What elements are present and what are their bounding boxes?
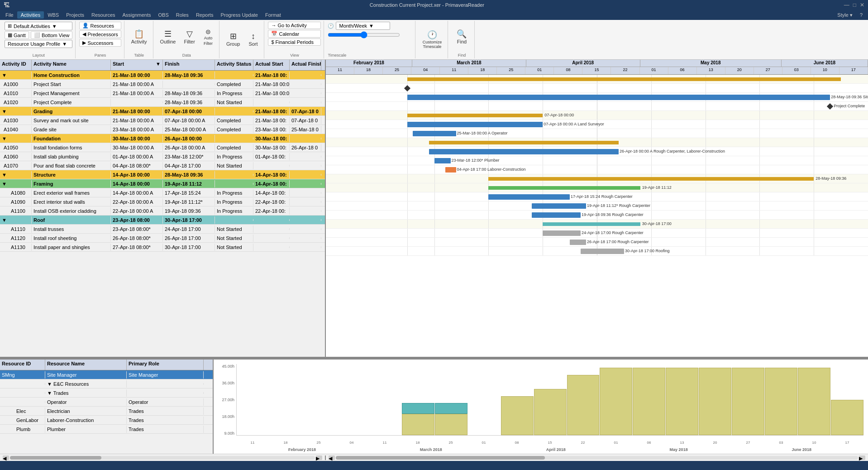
gantt-scroll-left[interactable]: ◀ — [329, 456, 335, 460]
resource-row[interactable]: SMng Site Manager Site Manager — [0, 370, 213, 379]
gantt-milestone[interactable] — [404, 85, 410, 91]
calendar-btn[interactable]: 📅 Calendar — [268, 30, 321, 38]
maximize-button[interactable]: □ — [853, 2, 856, 8]
gantt-bar[interactable] — [429, 149, 619, 154]
gantt-milestone[interactable] — [827, 103, 833, 110]
auto-filter-btn[interactable]: ⊜ Auto Filter — [200, 26, 216, 48]
table-row[interactable]: ▼ Structure 14-Apr-18 00:00 28-May-18 09… — [0, 170, 325, 179]
gantt-group-bar[interactable] — [488, 186, 640, 190]
table-row[interactable]: A1130 Install paper and shingles 27-Apr-… — [0, 243, 325, 252]
table-row[interactable]: A1010 Project Management 21-Mar-18 00:00… — [0, 89, 325, 98]
table-row[interactable]: A1000 Project Start 21-Mar-18 00:00 A Co… — [0, 80, 325, 89]
gantt-bar[interactable] — [407, 122, 543, 127]
cell-status — [215, 138, 253, 139]
cell-actual-finish — [290, 92, 321, 94]
table-body[interactable]: ▼ Home Construction 21-Mar-18 00:00 28-M… — [0, 71, 325, 357]
table-row[interactable]: A1100 Install OSB exterior cladding 22-A… — [0, 206, 325, 216]
predecessors-pane-btn[interactable]: ◀ Predecessors — [79, 30, 121, 38]
scroll-right-btn[interactable]: ▶ — [316, 456, 322, 460]
group-btn[interactable]: ⊞ Group — [223, 30, 243, 49]
gantt-scroll-thumb[interactable] — [336, 456, 545, 460]
gantt-group-bar[interactable] — [407, 114, 543, 117]
gantt-group-bar[interactable] — [407, 77, 841, 81]
minimize-button[interactable]: — — [844, 2, 849, 8]
gantt-bar[interactable] — [445, 167, 456, 173]
resource-row[interactable]: GenLabor Laborer-Construction Trades — [0, 416, 213, 425]
gantt-bar[interactable] — [532, 203, 586, 209]
menu-help[interactable]: ? — [856, 11, 866, 19]
menu-progress-update[interactable]: Progress Update — [217, 11, 262, 19]
menu-format[interactable]: Format — [262, 11, 285, 19]
table-row[interactable]: ▼ Grading 21-Mar-18 00:00 07-Apr-18 00:0… — [0, 107, 325, 116]
resource-row[interactable]: ▼ Trades — [0, 388, 213, 398]
gantt-bar[interactable] — [413, 131, 456, 136]
table-row[interactable]: ▼ Foundation 30-Mar-18 00:00 26-Apr-18 0… — [0, 134, 325, 143]
resource-row[interactable]: Operator Operator — [0, 398, 213, 407]
menu-activities[interactable]: Activities — [17, 11, 44, 19]
gantt-row — [326, 75, 868, 84]
resources-pane-btn[interactable]: 👤 Resources — [79, 22, 121, 29]
table-row[interactable]: A1060 Install slab plumbing 01-Apr-18 00… — [0, 152, 325, 161]
menu-style[interactable]: Style ▾ — [834, 11, 856, 19]
table-row[interactable]: ▼ Roof 23-Apr-18 08:00 30-Apr-18 17:00 — [0, 216, 325, 225]
resource-table-body[interactable]: SMng Site Manager Site Manager ▼ E&C Res… — [0, 370, 213, 454]
menu-reports[interactable]: Reports — [192, 11, 217, 19]
outline-btn[interactable]: ☰ Outline — [157, 28, 179, 47]
table-row[interactable]: A1050 Install fondation forms 30-Mar-18 … — [0, 143, 325, 152]
gantt-group-bar[interactable] — [543, 222, 640, 226]
gantt-body[interactable]: 28-May-18 09:36 Site Manager Project Com… — [326, 75, 868, 357]
table-row[interactable]: ▼ Home Construction 21-Mar-18 00:00 28-M… — [0, 71, 325, 80]
gantt-bar[interactable] — [532, 212, 581, 218]
menu-wbs[interactable]: WBS — [44, 11, 62, 19]
financial-periods-btn[interactable]: $ Financial Periods — [268, 38, 321, 46]
gantt-scroll-right[interactable]: ▶ — [859, 456, 865, 460]
menu-projects[interactable]: Projects — [62, 11, 88, 19]
cell-primary-role: Trades — [127, 417, 204, 424]
customize-timescale-btn[interactable]: 🕐 CustomizeTimescale — [420, 22, 445, 58]
gantt-bar[interactable] — [488, 194, 570, 200]
gantt-week-label: 03 — [782, 67, 811, 74]
filter-btn[interactable]: ▽ Filter — [181, 28, 198, 47]
gantt-bar[interactable] — [434, 158, 451, 163]
bottom-view-btn[interactable]: ⬜ Bottom View — [31, 31, 73, 39]
sort-btn[interactable]: ↕ Sort — [245, 30, 261, 49]
find-btn[interactable]: 🔍 Find — [452, 22, 472, 52]
month-week-dropdown[interactable]: Month/Week ▼ — [336, 22, 390, 30]
table-row[interactable]: A1090 Erect interior stud walls 22-Apr-1… — [0, 197, 325, 206]
gantt-group-bar[interactable] — [429, 141, 619, 144]
menu-assignments[interactable]: Assignments — [119, 11, 155, 19]
gantt-bar[interactable] — [407, 95, 830, 100]
window-controls[interactable]: — □ ✕ — [844, 2, 864, 8]
menu-resources[interactable]: Resources — [88, 11, 119, 19]
cell-actual-start: 21-Mar-18 00: — [253, 108, 290, 115]
resource-profile-dropdown[interactable]: Resource Usage Profile ▼ — [5, 40, 72, 48]
scroll-left-btn[interactable]: ◀ — [3, 456, 9, 460]
table-row[interactable]: A1120 Install roof sheeting 26-Apr-18 08… — [0, 234, 325, 243]
activity-btn[interactable]: 📋 Activity — [128, 22, 150, 52]
successors-pane-btn[interactable]: ▶ Successors — [79, 39, 121, 47]
resource-row[interactable]: ▼ E&C Resources — [0, 379, 213, 388]
menu-obs[interactable]: OBS — [155, 11, 172, 19]
table-row[interactable]: A1080 Erect exterior wall frames 14-Apr-… — [0, 188, 325, 197]
resource-row[interactable]: Elec Electrician Trades — [0, 407, 213, 416]
gantt-btn[interactable]: ▦ Gantt — [5, 31, 29, 39]
table-row[interactable]: ▼ Framing 14-Apr-18 00:00 19-Apr-18 11:1… — [0, 179, 325, 188]
horizontal-scrollbar[interactable]: ◀ ▶ ◀ ▶ — [0, 454, 868, 461]
scroll-thumb[interactable] — [10, 456, 101, 460]
default-activities-dropdown[interactable]: ⊞ Default Activities ▼ — [5, 22, 72, 30]
timescale-slider[interactable] — [328, 32, 400, 38]
gantt-bar[interactable] — [581, 249, 624, 254]
gantt-bar[interactable] — [570, 240, 586, 245]
table-row[interactable]: A1110 Install trusses 23-Apr-18 08:00* 2… — [0, 225, 325, 234]
menu-file[interactable]: File — [2, 11, 17, 19]
go-to-activity-btn[interactable]: → Go to Activity — [268, 22, 321, 29]
table-row[interactable]: A1070 Pour and float slab concrete 04-Ap… — [0, 161, 325, 170]
close-button[interactable]: ✕ — [860, 2, 864, 8]
gantt-bar[interactable] — [543, 230, 581, 236]
gantt-group-bar[interactable] — [488, 177, 814, 181]
table-row[interactable]: A1040 Grade site 23-Mar-18 00:00 A 25-Ma… — [0, 125, 325, 134]
resource-row[interactable]: Plumb Plumber Trades — [0, 425, 213, 434]
menu-roles[interactable]: Roles — [172, 11, 192, 19]
table-row[interactable]: A1020 Project Complete 28-May-18 09:36 N… — [0, 98, 325, 107]
table-row[interactable]: A1030 Survey and mark out site 21-Mar-18… — [0, 116, 325, 125]
